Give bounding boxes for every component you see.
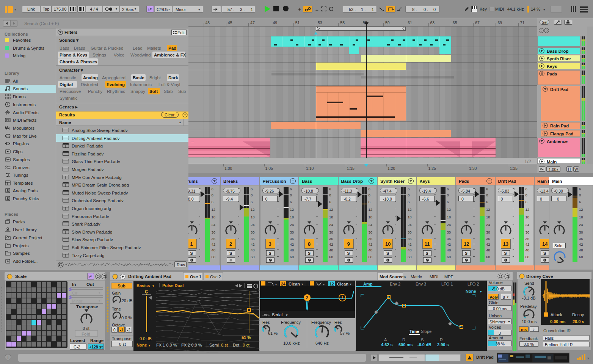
svg-text:1: 1 bbox=[341, 295, 344, 300]
svg-text:2: 2 bbox=[306, 295, 308, 300]
svg-text:i: i bbox=[7, 355, 8, 359]
